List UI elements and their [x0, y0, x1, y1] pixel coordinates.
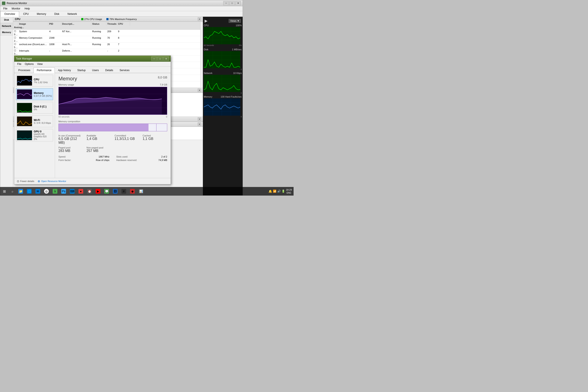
taskbar-volume-icon[interactable]: 🔊: [277, 190, 281, 193]
taskbar-wifi-icon[interactable]: 📶: [273, 190, 276, 193]
rm-menu-help[interactable]: Help: [23, 7, 31, 10]
disk-collapse-btn[interactable]: ∧: [198, 88, 201, 92]
taskbar-app-mail[interactable]: ✉: [34, 187, 42, 196]
tm-tab-details[interactable]: Details: [102, 68, 116, 73]
stat-available-label: Available: [86, 134, 111, 137]
rm-tab-overview[interactable]: Overview: [0, 11, 19, 17]
cpu-chart-svg: [204, 27, 240, 44]
taskbar-search-btn[interactable]: ⌕: [8, 187, 16, 196]
tm-menu-view[interactable]: View: [36, 62, 44, 66]
memory-title: Memory: [58, 76, 77, 82]
cpu-table-scrollbar[interactable]: [200, 22, 203, 88]
table-row[interactable]: ☐ Interrupts - Deferre... - 2 3.81: [13, 49, 200, 56]
rp-cpu-60s: 60 Seconds: [204, 44, 214, 46]
taskbar-app-red2[interactable]: ◆: [128, 187, 137, 196]
taskbar-app-chrome[interactable]: ◎: [42, 187, 51, 196]
rm-tab-network[interactable]: Network: [64, 11, 81, 17]
taskbar-battery-icon[interactable]: 🔋: [282, 190, 285, 193]
rm-tab-disk[interactable]: Disk: [50, 11, 64, 17]
tm-menu-file[interactable]: File: [16, 62, 22, 66]
open-rm-icon: ⊕: [38, 180, 40, 183]
memory-usage-label: Memory usage 7,9 GB: [58, 84, 167, 86]
rm-maximize-btn[interactable]: □: [229, 1, 235, 5]
table-row[interactable]: ☐ System 4 NT Ker... Running 209 9 9.26: [13, 30, 200, 36]
taskbar-app-vscode[interactable]: ⌨: [68, 187, 76, 196]
detail-form-key: Form factor:: [58, 159, 71, 162]
taskbar-app-explorer[interactable]: 📁: [16, 187, 25, 196]
stat-committed-value: 11,3/13,1 GB: [114, 137, 139, 141]
rm-tab-cpu[interactable]: CPU: [19, 11, 33, 17]
taskbar-app-lambda[interactable]: λ: [51, 187, 59, 196]
taskbar-app-photos[interactable]: 🖼: [111, 187, 120, 196]
taskbar-time[interactable]: 18:29 ENG: [286, 188, 292, 194]
rm-side-network[interactable]: Network: [0, 23, 13, 29]
tm-close-btn[interactable]: ✕: [163, 56, 169, 61]
rm-memory-collapse-btn[interactable]: ∧: [198, 122, 201, 126]
tm-tab-performance[interactable]: Performance: [34, 68, 55, 73]
tm-tab-startup[interactable]: Startup: [74, 68, 89, 73]
rm-menu-bar: File Monitor Help: [0, 6, 243, 11]
rm-left-panels: Disk Network Memory: [0, 17, 13, 195]
tm-perf-disk[interactable]: Disk 0 (C:) 0%: [16, 102, 53, 114]
taskbar-app-red[interactable]: ●: [76, 187, 85, 196]
rp-disk-label: Disk 1 MB/sec: [204, 48, 242, 51]
table-row[interactable]: ☐ svchost.exe (DcomLaunch -p) 1008 Host …: [13, 42, 200, 49]
tm-tab-processes[interactable]: Processes: [15, 68, 34, 73]
taskbar-app-hash[interactable]: #: [120, 187, 128, 196]
taskbar-app-youtube[interactable]: ▶: [94, 187, 102, 196]
comp-used: [59, 124, 148, 131]
tm-gpu-chart-svg: [17, 130, 32, 140]
network-collapse-btn[interactable]: ∨: [198, 117, 201, 121]
photoshop-icon: Ps: [61, 189, 66, 194]
rm-right-panel: ▶ Views ▼ CPU 100%: [203, 17, 243, 195]
taskbar-app-chat[interactable]: 💬: [102, 187, 111, 196]
rm-menu-monitor[interactable]: Monitor: [10, 7, 22, 10]
disk-chart-svg: [204, 51, 240, 68]
tm-tab-users[interactable]: Users: [89, 68, 102, 73]
rp-nav-icon[interactable]: ▶: [204, 18, 208, 23]
tm-tab-services[interactable]: Services: [116, 68, 133, 73]
tm-cpu-info: CPU 7% 1,62 GHz: [34, 78, 52, 84]
rp-network-0: 0: [241, 92, 242, 94]
cpu-section-header: CPU 27% CPU Usage 79% Maximum Frequency …: [13, 17, 203, 22]
hash-icon: #: [122, 189, 126, 194]
stat-available: Available 1,4 GB: [86, 134, 111, 145]
taskbar-app-clock[interactable]: ⏰: [85, 187, 94, 196]
tm-tabs: Processes Performance App history Startu…: [14, 66, 171, 73]
tm-gpu-name: GPU 0: [34, 130, 52, 133]
rm-menu-file[interactable]: File: [2, 7, 8, 10]
memory-stats-grid: In use (Compressed) 6,5 GB (212 MB) Avai…: [58, 134, 167, 153]
rm-side-disk[interactable]: Disk: [0, 17, 13, 23]
tm-disk-chart-svg: [17, 103, 32, 112]
fewer-details-btn[interactable]: ⊙ Fewer details: [17, 180, 34, 183]
cpu-stats: 27% CPU Usage 79% Maximum Frequency: [81, 18, 137, 20]
svg-rect-32: [17, 130, 32, 140]
rp-disk-section: Disk 1 MB/sec 0: [204, 48, 242, 70]
taskbar-app-edge[interactable]: 🌐: [25, 187, 34, 196]
taskbar-app-stats[interactable]: 📊: [137, 187, 145, 196]
th-pid: PID: [48, 22, 61, 26]
rp-cpu-section: CPU 100%: [204, 24, 242, 47]
taskbar-start-btn[interactable]: ⊞: [0, 187, 8, 196]
tm-disk-mini-chart: [17, 103, 32, 112]
tm-perf-memory[interactable]: Memory 6,5/7,9 GB (82%): [16, 88, 53, 100]
tm-perf-wifi[interactable]: Wi-Fi S: 0 R: 8,0 Kbps: [16, 116, 53, 127]
cpu-collapse-btn[interactable]: ∧: [198, 18, 201, 21]
cpu-usage-label: 27% CPU Usage: [84, 18, 102, 20]
taskbar-notification-icon[interactable]: 🔔: [268, 190, 272, 193]
tm-perf-gpu[interactable]: GPU 0 Intel(R) HD Graphics 620 2%: [16, 129, 53, 142]
tm-maximize-btn[interactable]: □: [157, 56, 163, 61]
tm-menu-options[interactable]: Options: [24, 62, 35, 66]
views-btn[interactable]: Views ▼: [229, 19, 241, 23]
rm-minimize-btn[interactable]: ─: [223, 1, 229, 5]
rm-tab-memory[interactable]: Memory: [33, 11, 50, 17]
tm-perf-cpu[interactable]: CPU 7% 1,62 GHz: [16, 75, 53, 86]
memory-composition-label: Memory composition: [58, 120, 167, 123]
tm-minimize-btn[interactable]: ─: [151, 56, 157, 61]
rm-side-memory[interactable]: Memory: [0, 29, 13, 36]
tm-tab-app-history[interactable]: App history: [55, 68, 74, 73]
table-row[interactable]: ☐ Memory Compression 2348 Running 70 8 2…: [13, 36, 200, 42]
taskbar-app-photoshop[interactable]: Ps: [59, 187, 68, 196]
open-rm-link[interactable]: ⊕ Open Resource Monitor: [38, 180, 66, 183]
rm-close-btn[interactable]: ✕: [235, 1, 241, 5]
